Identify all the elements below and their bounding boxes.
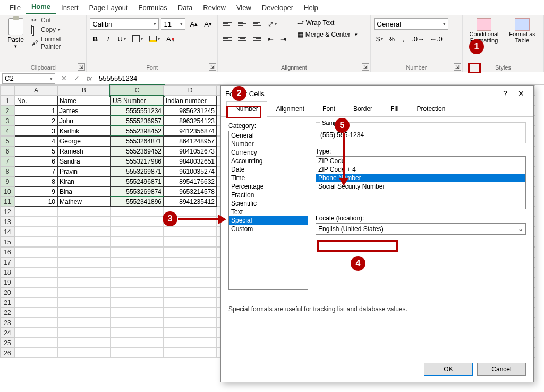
row-header-7[interactable]: 7 — [0, 156, 15, 166]
cell-A26[interactable] — [15, 348, 57, 358]
cell-C15[interactable] — [110, 237, 164, 247]
cut-button[interactable]: ✂Cut — [30, 16, 83, 24]
row-header-15[interactable]: 15 — [0, 237, 15, 247]
cell-D25[interactable] — [164, 338, 217, 348]
dialog-help-button[interactable]: ? — [497, 89, 513, 98]
cell-A25[interactable] — [15, 338, 57, 348]
cell-D23[interactable] — [164, 318, 217, 328]
cell-C25[interactable] — [110, 338, 164, 348]
fb-cancel-icon[interactable]: ✕ — [57, 74, 70, 82]
alignment-dialog-launcher[interactable]: ⇲ — [362, 63, 369, 71]
col-header-B[interactable]: B — [57, 85, 110, 96]
ok-button[interactable]: OK — [424, 363, 473, 376]
menu-data[interactable]: Data — [173, 2, 198, 14]
border-button[interactable] — [130, 33, 145, 45]
row-header-8[interactable]: 8 — [0, 166, 15, 176]
cell-B25[interactable] — [57, 338, 110, 348]
cell-B10[interactable]: Bina — [57, 186, 110, 197]
row-header-17[interactable]: 17 — [0, 257, 15, 267]
locale-select[interactable]: English (United States) — [316, 223, 526, 235]
align-center-icon[interactable] — [236, 33, 249, 45]
cell-A11[interactable]: 10 — [15, 197, 57, 207]
cell-C9[interactable]: 5552496871 — [110, 176, 164, 186]
cell-C23[interactable] — [110, 318, 164, 328]
row-header-13[interactable]: 13 — [0, 217, 15, 227]
cell-B9[interactable]: Kiran — [57, 176, 110, 186]
increase-font-icon[interactable]: A▴ — [188, 18, 200, 30]
bold-button[interactable]: B — [90, 33, 100, 45]
menu-review[interactable]: Review — [198, 2, 231, 14]
category-list[interactable]: GeneralNumberCurrencyAccountingDateTimeP… — [228, 131, 308, 290]
cell-B19[interactable] — [57, 277, 110, 287]
menu-developer[interactable]: Developer — [257, 2, 299, 14]
col-header-A[interactable]: A — [15, 85, 57, 96]
cell-A14[interactable] — [15, 227, 57, 237]
category-text[interactable]: Text — [229, 208, 308, 216]
cell-D22[interactable] — [164, 308, 217, 318]
cell-A12[interactable] — [15, 207, 57, 217]
cell-A1[interactable]: No. — [15, 96, 57, 106]
col-header-C[interactable]: C — [110, 85, 164, 96]
align-top-icon[interactable] — [221, 18, 234, 30]
cell-B7[interactable]: Sandra — [57, 156, 110, 166]
cell-B4[interactable]: Karthik — [57, 126, 110, 136]
fill-color-button[interactable] — [147, 33, 162, 45]
category-number[interactable]: Number — [229, 140, 308, 148]
cell-D18[interactable] — [164, 267, 217, 277]
cell-D8[interactable]: 9610035274 — [164, 166, 217, 176]
dialog-tab-font[interactable]: Font — [313, 101, 344, 116]
align-bottom-icon[interactable] — [251, 18, 264, 30]
cell-A8[interactable]: 7 — [15, 166, 57, 176]
cell-D6[interactable]: 9841052673 — [164, 146, 217, 156]
cell-D24[interactable] — [164, 328, 217, 338]
format-table-button[interactable]: Format as Table — [504, 18, 540, 63]
cell-A24[interactable] — [15, 328, 57, 338]
cell-A6[interactable]: 5 — [15, 146, 57, 156]
menu-file[interactable]: File — [4, 2, 26, 14]
copy-button[interactable]: Copy▾ — [30, 25, 83, 34]
increase-decimal-button[interactable]: .0→ — [410, 33, 427, 45]
cell-D4[interactable]: 9412356874 — [164, 126, 217, 136]
cell-C11[interactable]: 5552341896 — [110, 197, 164, 207]
cell-C1[interactable]: US Number — [110, 96, 164, 106]
dialog-tab-fill[interactable]: Fill — [381, 101, 407, 116]
cell-A3[interactable]: 2 — [15, 116, 57, 126]
cell-D20[interactable] — [164, 287, 217, 297]
font-color-button[interactable]: A — [164, 33, 176, 45]
cell-D17[interactable] — [164, 257, 217, 267]
percent-button[interactable]: % — [386, 33, 397, 45]
cell-C4[interactable]: 5552398452 — [110, 126, 164, 136]
cell-A10[interactable]: 9 — [15, 186, 57, 197]
row-header-6[interactable]: 6 — [0, 146, 15, 156]
formula-input[interactable]: 5555551234 — [96, 74, 544, 82]
row-header-1[interactable]: 1 — [0, 96, 15, 106]
row-header-23[interactable]: 23 — [0, 318, 15, 328]
wrap-text-button[interactable]: ⮐Wrap Text — [296, 18, 359, 28]
row-header-18[interactable]: 18 — [0, 267, 15, 277]
dialog-tab-number[interactable]: Number — [226, 101, 267, 117]
cell-C5[interactable]: 5553264871 — [110, 136, 164, 146]
cell-B24[interactable] — [57, 328, 110, 338]
cell-C26[interactable] — [110, 348, 164, 358]
cell-D11[interactable]: 8941235412 — [164, 197, 217, 207]
row-header-2[interactable]: 2 — [0, 106, 15, 116]
category-special[interactable]: Special — [229, 216, 308, 225]
dialog-tab-protection[interactable]: Protection — [407, 101, 454, 116]
col-header-D[interactable]: D — [164, 85, 217, 96]
cell-D1[interactable]: Indian number — [164, 96, 217, 106]
cell-A17[interactable] — [15, 257, 57, 267]
cell-C19[interactable] — [110, 277, 164, 287]
cell-A2[interactable]: 1 — [15, 106, 57, 116]
menu-home[interactable]: Home — [26, 1, 56, 14]
cell-A4[interactable]: 3 — [15, 126, 57, 136]
cell-D16[interactable] — [164, 247, 217, 257]
cell-B6[interactable]: Ramesh — [57, 146, 110, 156]
cell-B13[interactable] — [57, 217, 110, 227]
cell-C18[interactable] — [110, 267, 164, 277]
menu-help[interactable]: Help — [299, 2, 324, 14]
dialog-tab-alignment[interactable]: Alignment — [267, 101, 313, 116]
cell-C10[interactable]: 5553269874 — [110, 186, 164, 197]
cell-B1[interactable]: Name — [57, 96, 110, 106]
category-currency[interactable]: Currency — [229, 148, 308, 157]
cell-C13[interactable] — [110, 217, 164, 227]
